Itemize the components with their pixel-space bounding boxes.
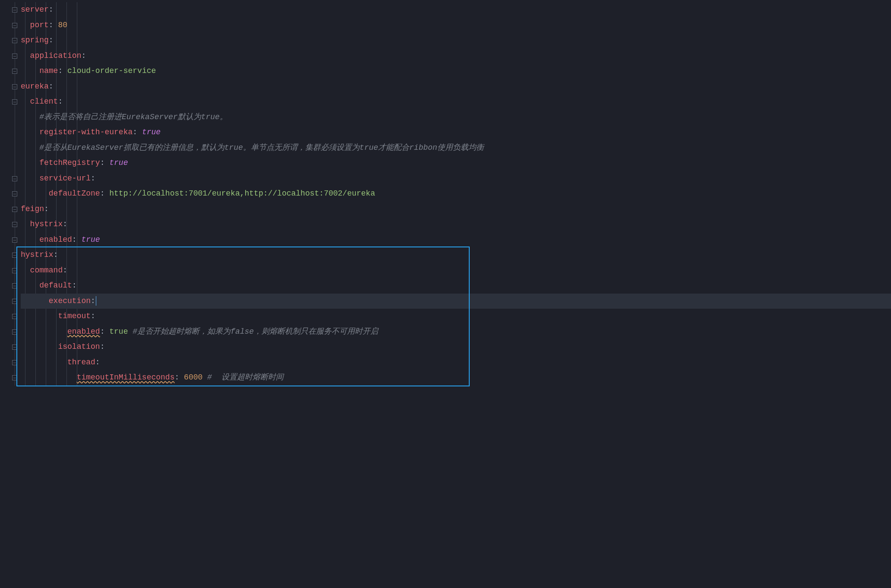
token-bool: true (109, 158, 128, 167)
token-key: port (30, 21, 49, 29)
token-colon: : (72, 235, 82, 244)
token-key: fetchRegistry (39, 158, 100, 167)
fold-toggle-icon[interactable] (12, 69, 17, 74)
code-line[interactable]: hystrix: (21, 247, 891, 263)
token-comment: #表示是否将自己注册进EurekaServer默认为true。 (39, 113, 227, 121)
fold-toggle-icon[interactable] (12, 237, 17, 243)
code-line[interactable]: enabled: true #是否开始超时熔断，如果为false，则熔断机制只在… (21, 324, 891, 340)
token-key: enabled (67, 327, 100, 336)
token-colon: : (58, 97, 63, 106)
fold-toggle-icon[interactable] (12, 268, 17, 273)
fold-toggle-icon[interactable] (12, 207, 17, 212)
code-line[interactable]: feign: (21, 202, 891, 217)
token-key: server (21, 5, 49, 14)
fold-toggle-icon[interactable] (12, 314, 17, 319)
token-key: feign (21, 205, 44, 213)
fold-toggle-icon[interactable] (12, 360, 17, 365)
token-key: isolation (58, 342, 100, 351)
token-colon: : (72, 281, 77, 290)
token-key: hystrix (30, 220, 63, 228)
fold-toggle-icon[interactable] (12, 176, 17, 181)
code-line[interactable]: isolation: (21, 339, 891, 355)
token-num: 80 (58, 21, 67, 29)
code-line[interactable]: service-url: (21, 171, 891, 187)
code-line[interactable]: enabled: true (21, 232, 891, 248)
token-key: default (39, 281, 72, 290)
token-colon: : (91, 297, 95, 305)
code-line[interactable]: execution: (21, 294, 891, 309)
code-line[interactable]: #是否从EurekaServer抓取已有的注册信息，默认为true。单节点无所谓… (21, 140, 891, 156)
fold-toggle-icon[interactable] (12, 375, 17, 380)
fold-toggle-icon[interactable] (12, 191, 17, 196)
token-key: thread (67, 358, 95, 367)
fold-toggle-icon[interactable] (12, 253, 17, 258)
code-line[interactable]: register-with-eureka: true (21, 125, 891, 140)
token-comment: #是否开始超时熔断，如果为false，则熔断机制只在服务不可用时开启 (133, 327, 378, 336)
token-colon (202, 373, 207, 382)
code-line[interactable]: server: (21, 2, 891, 18)
token-colon: : (100, 158, 110, 167)
token-colon: : (100, 189, 110, 198)
token-key: name (39, 66, 58, 75)
token-key: defaultZone (49, 189, 100, 198)
code-line[interactable]: client: (21, 94, 891, 110)
token-colon: : (133, 128, 142, 136)
token-bool: true (81, 235, 100, 244)
code-line[interactable]: timeout: (21, 309, 891, 324)
token-key: client (30, 97, 58, 106)
fold-toggle-icon[interactable] (12, 283, 17, 288)
fold-toggle-icon[interactable] (12, 84, 17, 89)
token-key: register-with-eureka (39, 128, 133, 136)
code-line[interactable]: timeoutInMilliseconds: 6000 # 设置超时熔断时间 (21, 370, 891, 386)
token-bool: true (142, 128, 161, 136)
code-line[interactable]: command: (21, 263, 891, 278)
code-line[interactable]: spring: (21, 33, 891, 48)
token-colon: : (174, 373, 184, 382)
token-colon: : (81, 51, 86, 60)
code-editor[interactable]: server: port: 80spring: application: nam… (0, 2, 891, 386)
token-key: execution (49, 297, 91, 305)
token-comment: #是否从EurekaServer抓取已有的注册信息，默认为true。单节点无所谓… (39, 143, 484, 152)
token-colon: : (49, 36, 54, 44)
code-line[interactable]: fetchRegistry: true (21, 155, 891, 171)
token-colon: : (63, 266, 67, 275)
fold-toggle-icon[interactable] (12, 23, 17, 28)
token-colon: : (54, 250, 58, 259)
token-colon: : (95, 358, 100, 367)
code-line[interactable]: name: cloud-order-service (21, 63, 891, 79)
token-comment: # 设置超时熔断时间 (207, 373, 283, 382)
fold-toggle-icon[interactable] (12, 222, 17, 227)
fold-toggle-icon[interactable] (12, 329, 17, 335)
fold-toggle-icon[interactable] (12, 299, 17, 304)
code-line[interactable]: #表示是否将自己注册进EurekaServer默认为true。 (21, 110, 891, 125)
fold-toggle-icon[interactable] (12, 54, 17, 59)
token-colon: : (49, 5, 54, 14)
token-colon: : (100, 342, 105, 351)
token-colon (128, 327, 133, 336)
token-bool2: true (109, 327, 128, 336)
token-colon: : (91, 174, 95, 183)
code-line[interactable]: default: (21, 278, 891, 294)
code-line[interactable]: application: (21, 48, 891, 64)
token-colon: : (100, 327, 110, 336)
code-line[interactable]: hystrix: (21, 217, 891, 232)
gutter (0, 2, 21, 386)
fold-toggle-icon[interactable] (12, 38, 17, 43)
token-key: spring (21, 36, 49, 44)
token-colon: : (49, 21, 58, 29)
code-line[interactable]: thread: (21, 355, 891, 370)
code-line[interactable]: port: 80 (21, 18, 891, 33)
token-key: eureka (21, 82, 49, 91)
fold-toggle-icon[interactable] (12, 7, 17, 13)
code-area[interactable]: server: port: 80spring: application: nam… (0, 2, 891, 386)
token-key: hystrix (21, 250, 54, 259)
token-str: cloud-order-service (67, 66, 156, 75)
fold-toggle-icon[interactable] (12, 345, 17, 350)
token-key: enabled (39, 235, 72, 244)
code-line[interactable]: defaultZone: http://localhost:7001/eurek… (21, 186, 891, 202)
code-line[interactable]: eureka: (21, 79, 891, 95)
fold-toggle-icon[interactable] (12, 99, 17, 104)
token-num: 6000 (184, 373, 202, 382)
token-key: service-url (39, 174, 91, 183)
token-colon: : (91, 312, 95, 320)
